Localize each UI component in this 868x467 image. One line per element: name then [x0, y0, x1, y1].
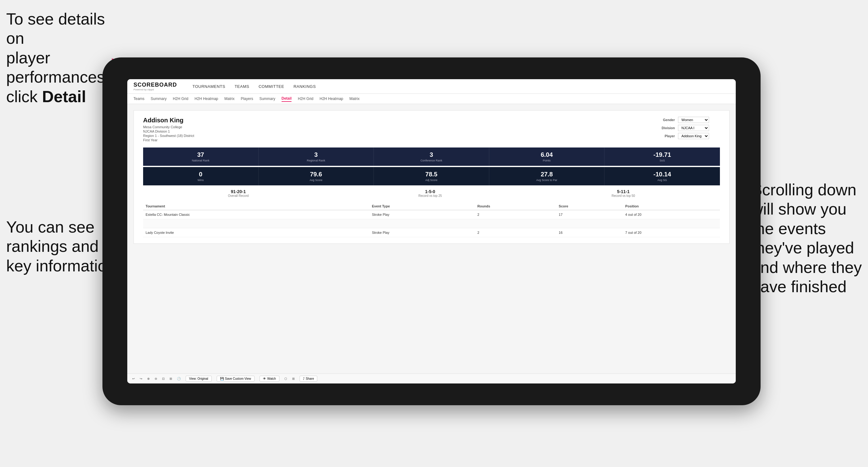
- annotation-right-line2: will show you: [751, 200, 846, 218]
- col-rounds: Rounds: [475, 203, 556, 210]
- stat-avg-score-par: 27.8 Avg Score to Par: [489, 167, 605, 185]
- row1-score: 17: [556, 210, 623, 219]
- toolbar-clock-icon[interactable]: 🕐: [177, 377, 181, 380]
- row3-position: 7 out of 20: [623, 228, 720, 237]
- save-custom-view-button[interactable]: 💾 Save Custom View: [217, 376, 254, 382]
- eye-icon: 👁: [263, 377, 266, 380]
- division-label: Division: [658, 126, 675, 130]
- annotation-bottomleft-line1: You can see: [6, 218, 94, 236]
- toolbar-icon6[interactable]: ⊞: [292, 377, 294, 380]
- stat-avg-score: 79.6 Avg Score: [258, 167, 374, 185]
- nav-item-tournaments[interactable]: TOURNAMENTS: [192, 84, 225, 89]
- row2-event-type: [369, 219, 475, 228]
- nav-item-committee[interactable]: COMMITTEE: [258, 84, 284, 89]
- row1-event-type: Stroke Play: [369, 210, 475, 219]
- annotation-right-line4: they've played: [751, 239, 854, 257]
- stat-national-rank: 37 National Rank: [143, 148, 258, 166]
- subnav-h2h-heatmap2[interactable]: H2H Heatmap: [319, 96, 343, 101]
- row3-tournament: Lady Coyote Invite: [143, 228, 369, 237]
- stat-points: 6.04 Points: [489, 148, 605, 166]
- sub-nav: Teams Summary H2H Grid H2H Heatmap Matri…: [127, 94, 736, 104]
- stat-avg-sg: -10.14 Avg SG: [604, 167, 720, 185]
- row3-score: 16: [556, 228, 623, 237]
- scoreboard-logo: SCOREBOARD Powered by clippd: [133, 82, 177, 91]
- subnav-summary2[interactable]: Summary: [259, 96, 275, 101]
- subnav-players[interactable]: Players: [241, 96, 253, 101]
- row2-tournament: [143, 219, 369, 228]
- row1-position: 4 out of 20: [623, 210, 720, 219]
- share-icon: ⤴: [303, 377, 305, 380]
- toolbar-icon1[interactable]: ⊕: [147, 377, 150, 380]
- row2-rounds: [475, 219, 556, 228]
- annotation-bottomleft-line2: rankings and: [6, 237, 99, 255]
- stats-row1: 37 National Rank 3 Regional Rank 3 Confe…: [143, 148, 720, 166]
- subnav-h2h-grid[interactable]: H2H Grid: [173, 96, 188, 101]
- row1-tournament: Estella CC- Mountain Classic: [143, 210, 369, 219]
- row1-rounds: 2: [475, 210, 556, 219]
- table-row: Estella CC- Mountain Classic Stroke Play…: [143, 210, 720, 219]
- subnav-summary[interactable]: Summary: [151, 96, 166, 101]
- stat-regional-rank: 3 Regional Rank: [258, 148, 374, 166]
- annotation-line3-prefix: click: [6, 88, 42, 105]
- content-panel: Addison King Mesa Community College NJCA…: [133, 110, 730, 244]
- row2-position: [623, 219, 720, 228]
- table-row: Lady Coyote Invite Stroke Play 2 16 7 ou…: [143, 228, 720, 237]
- toolbar-icon4[interactable]: ⊞: [169, 377, 172, 380]
- row2-score: [556, 219, 623, 228]
- logo-main: SCOREBOARD: [133, 82, 177, 88]
- player-info: Addison King Mesa Community College NJCA…: [143, 117, 194, 143]
- record-top50: 5-11-1 Record vs top 50: [612, 189, 635, 197]
- gender-filter-row: Gender Women: [658, 117, 720, 123]
- player-select[interactable]: Addison King: [678, 133, 709, 139]
- toolbar-redo-icon[interactable]: ↪: [140, 377, 142, 380]
- player-filter-row: Player Addison King: [658, 133, 720, 139]
- player-college: Mesa Community College: [143, 125, 194, 129]
- col-tournament: Tournament: [143, 203, 369, 210]
- records-row: 91-20-1 Overall Record 1-5-0 Record vs t…: [143, 189, 720, 197]
- toolbar-icon3[interactable]: ⊡: [162, 377, 164, 380]
- nav-item-teams[interactable]: TEAMS: [235, 84, 249, 89]
- player-region: Region 1 - Southwest (18) District: [143, 134, 194, 137]
- table-row: [143, 219, 720, 228]
- subnav-h2h-heatmap[interactable]: H2H Heatmap: [195, 96, 218, 101]
- player-name: Addison King: [143, 117, 194, 124]
- tablet-screen: SCOREBOARD Powered by clippd TOURNAMENTS…: [127, 79, 736, 383]
- nav-items: TOURNAMENTS TEAMS COMMITTEE RANKINGS: [192, 84, 316, 89]
- stat-sos: -19.71 SoS: [604, 148, 720, 166]
- annotation-line3-bold: Detail: [42, 88, 86, 105]
- player-year: First Year: [143, 138, 194, 142]
- toolbar-icon2[interactable]: ⊖: [155, 377, 157, 380]
- record-overall: 91-20-1 Overall Record: [228, 189, 249, 197]
- stat-wins: 0 Wins: [143, 167, 258, 185]
- subnav-matrix[interactable]: Matrix: [224, 96, 235, 101]
- annotation-right-line3: the events: [751, 220, 826, 238]
- gender-label: Gender: [658, 118, 675, 122]
- watch-button[interactable]: 👁 Watch: [259, 376, 279, 382]
- logo-sub: Powered by clippd: [133, 88, 177, 91]
- stat-conference-rank: 3 Conference Rank: [374, 148, 489, 166]
- player-filters: Gender Women Division NJCAA I: [658, 117, 720, 139]
- col-score: Score: [556, 203, 623, 210]
- record-top25: 1-5-0 Record vs top 25: [418, 189, 442, 197]
- toolbar-icon5[interactable]: ⬡: [284, 377, 287, 380]
- toolbar-undo-icon[interactable]: ↩: [132, 377, 135, 380]
- annotation-right-line1: Scrolling down: [751, 181, 856, 199]
- player-division: NJCAA Division 1: [143, 129, 194, 133]
- tablet-frame: SCOREBOARD Powered by clippd TOURNAMENTS…: [102, 57, 761, 405]
- division-filter-row: Division NJCAA I: [658, 125, 720, 131]
- subnav-detail[interactable]: Detail: [282, 96, 292, 102]
- subnav-teams[interactable]: Teams: [133, 96, 144, 101]
- share-button[interactable]: ⤴ Share: [300, 376, 318, 382]
- subnav-matrix2[interactable]: Matrix: [349, 96, 360, 101]
- top-nav: SCOREBOARD Powered by clippd TOURNAMENTS…: [127, 79, 736, 94]
- gender-select[interactable]: Women: [678, 117, 709, 123]
- row3-event-type: Stroke Play: [369, 228, 475, 237]
- view-original-button[interactable]: View: Original: [186, 376, 212, 382]
- subnav-h2h-grid2[interactable]: H2H Grid: [298, 96, 313, 101]
- bottom-toolbar: ↩ ↪ ⊕ ⊖ ⊡ ⊞ 🕐 View: Original 💾 Save Cust…: [127, 374, 736, 383]
- division-select[interactable]: NJCAA I: [678, 125, 709, 131]
- nav-item-rankings[interactable]: RANKINGS: [293, 84, 316, 89]
- main-content: Addison King Mesa Community College NJCA…: [127, 104, 736, 374]
- col-event-type: Event Type: [369, 203, 475, 210]
- tournament-table: Tournament Event Type Rounds Score Posit…: [143, 203, 720, 237]
